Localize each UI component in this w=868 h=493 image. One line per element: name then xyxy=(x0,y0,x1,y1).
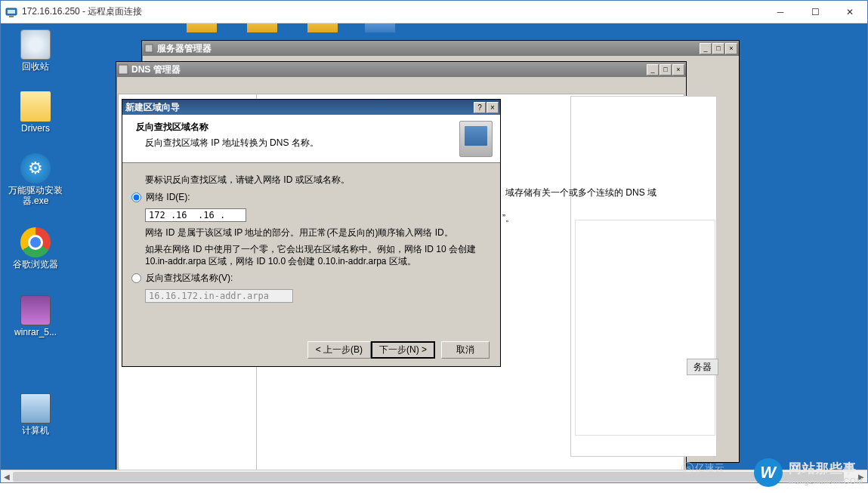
icon-label: winrar_5... xyxy=(7,327,64,337)
wizard-title: 新建区域向导 xyxy=(124,101,473,114)
watermark-logo: W xyxy=(754,458,783,487)
scroll-left-arrow[interactable]: ◀ xyxy=(1,470,13,482)
note-2: 如果在网络 ID 中使用了一个零，它会出现在区域名称中。例如，网络 ID 10 … xyxy=(145,243,477,267)
wizard-subheading: 反向查找区域将 IP 地址转换为 DNS 名称。 xyxy=(145,137,459,149)
rdp-title: 172.16.16.250 - 远程桌面连接 xyxy=(22,5,763,18)
desktop-icon-drivers[interactable]: Drivers xyxy=(7,91,64,134)
desktop-icon-recycle[interactable]: 回收站 xyxy=(7,29,64,72)
icon-label: 计算机 xyxy=(7,425,64,436)
computer-icon xyxy=(20,393,51,424)
wizard-titlebar[interactable]: 新建区域向导 ? × xyxy=(122,100,500,115)
dns-icon xyxy=(118,64,128,75)
wizard-intro: 要标识反向查找区域，请键入网络 ID 或区域名称。 xyxy=(145,174,477,186)
maximize-button[interactable]: □ xyxy=(659,64,672,75)
note-1: 网络 ID 是属于该区域 IP 地址的部分。用正常(不是反向的)顺序输入网络 I… xyxy=(145,226,477,239)
svg-rect-1 xyxy=(8,10,15,14)
recycle-icon xyxy=(20,29,51,60)
watermark-yisuyun: ys亿速云 xyxy=(681,461,724,475)
wizard-body: 要标识反向查找区域，请键入网络 ID 或区域名称。 网络 ID(E): 网络 I… xyxy=(122,163,500,309)
watermark: W 网站那些事 wangzhanshi.COM xyxy=(754,458,863,487)
titlebar[interactable]: 服务器管理器 _ □ × xyxy=(142,41,739,56)
icon-label: Drivers xyxy=(7,123,64,134)
close-button[interactable]: × xyxy=(487,102,499,113)
close-button[interactable]: ✕ xyxy=(832,1,867,23)
wizard-heading: 反向查找区域名称 xyxy=(136,121,459,134)
network-id-input[interactable] xyxy=(145,208,246,222)
partial-icon xyxy=(365,23,395,32)
rdp-icon xyxy=(5,6,17,18)
minimize-button[interactable]: ─ xyxy=(763,1,798,23)
radio-network-label[interactable]: 网络 ID(E): xyxy=(146,191,190,204)
maximize-button[interactable]: ☐ xyxy=(798,1,832,23)
icon-label: 回收站 xyxy=(7,61,64,72)
partial-icon xyxy=(187,23,217,32)
cancel-button[interactable]: 取消 xyxy=(441,341,490,359)
desktop-icon-computer[interactable]: 计算机 xyxy=(7,393,64,436)
rdp-window: 172.16.16.250 - 远程桌面连接 ─ ☐ ✕ 回收站 Drivers… xyxy=(0,0,868,483)
minimize-button[interactable]: _ xyxy=(647,64,659,75)
radio-zone-name[interactable] xyxy=(131,273,141,283)
radio-network-id[interactable] xyxy=(131,193,141,202)
wizard-header: 反向查找区域名称 反向查找区域将 IP 地址转换为 DNS 名称。 xyxy=(122,115,500,163)
rdp-titlebar[interactable]: 172.16.16.250 - 远程桌面连接 ─ ☐ ✕ xyxy=(1,1,867,23)
radio-network-id-row: 网络 ID(E): xyxy=(131,191,477,204)
watermark-text: 亿速云 xyxy=(695,461,724,475)
server-button[interactable]: 务器 xyxy=(687,359,718,375)
radio-zone-label[interactable]: 反向查找区域名称(V): xyxy=(146,272,233,285)
title-text: DNS 管理器 xyxy=(131,63,647,76)
icon-label: 万能驱动安装器.exe xyxy=(7,185,64,206)
folder-icon xyxy=(20,91,51,122)
help-button[interactable]: ? xyxy=(474,102,486,113)
horizontal-scrollbar[interactable]: ◀ ▶ xyxy=(1,470,867,482)
desktop-icon-chrome[interactable]: 谷歌浏览器 xyxy=(7,227,64,270)
minimize-button[interactable]: _ xyxy=(700,43,712,54)
watermark-title: 网站那些事 xyxy=(789,460,863,477)
gear-icon: ⚙ xyxy=(20,153,51,183)
new-zone-wizard: 新建区域向导 ? × 反向查找区域名称 反向查找区域将 IP 地址转换为 DNS… xyxy=(122,99,501,367)
remote-desktop[interactable]: 回收站 Drivers ⚙ 万能驱动安装器.exe 谷歌浏览器 winrar_5… xyxy=(1,23,867,482)
title-text: 服务器管理器 xyxy=(157,42,700,55)
server-image xyxy=(459,121,493,157)
winrar-icon xyxy=(20,295,51,325)
icon-label: 谷歌浏览器 xyxy=(7,259,64,270)
zone-name-input xyxy=(145,289,293,303)
partial-icon xyxy=(247,23,277,32)
desktop-icon-winrar[interactable]: winrar_5... xyxy=(7,295,64,337)
next-button[interactable]: 下一步(N) > xyxy=(371,341,435,359)
dns-description-2: ”。 xyxy=(502,212,514,225)
titlebar[interactable]: DNS 管理器 _ □ × xyxy=(116,62,686,77)
server-icon xyxy=(144,43,154,54)
dns-description: 域存储有关一个或多个连续的 DNS 域 xyxy=(505,186,702,199)
right-inner-panel xyxy=(575,220,715,436)
partial-icon xyxy=(307,23,338,32)
close-button[interactable]: × xyxy=(672,64,684,75)
chrome-icon xyxy=(20,227,51,257)
desktop-icon-wandrv[interactable]: ⚙ 万能驱动安装器.exe xyxy=(7,153,64,206)
close-button[interactable]: × xyxy=(725,43,737,54)
svg-rect-3 xyxy=(145,45,153,52)
svg-rect-2 xyxy=(9,16,14,17)
back-button[interactable]: < 上一步(B) xyxy=(307,341,371,359)
maximize-button[interactable]: □ xyxy=(712,43,724,54)
wizard-footer: < 上一步(B) 下一步(N) > 取消 xyxy=(307,341,490,359)
radio-zone-name-row: 反向查找区域名称(V): xyxy=(131,272,477,285)
svg-rect-4 xyxy=(119,65,128,74)
watermark-sub: wangzhanshi.COM xyxy=(789,477,863,485)
